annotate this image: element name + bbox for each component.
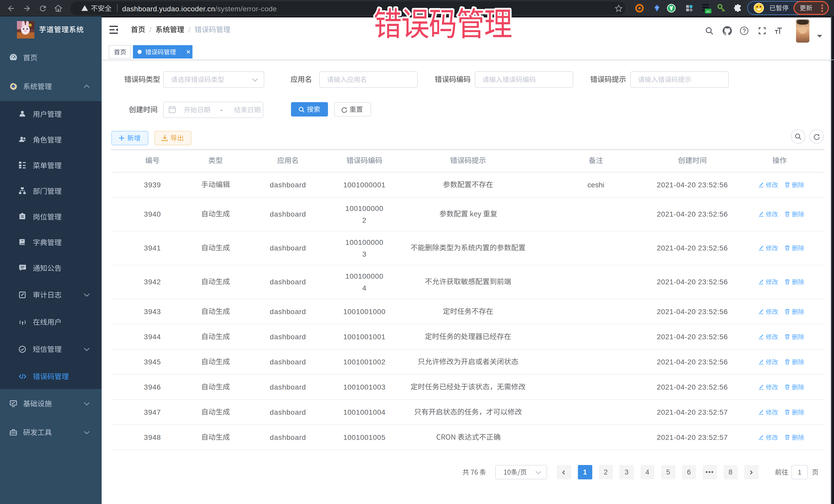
svg-text:on: on bbox=[706, 9, 710, 13]
